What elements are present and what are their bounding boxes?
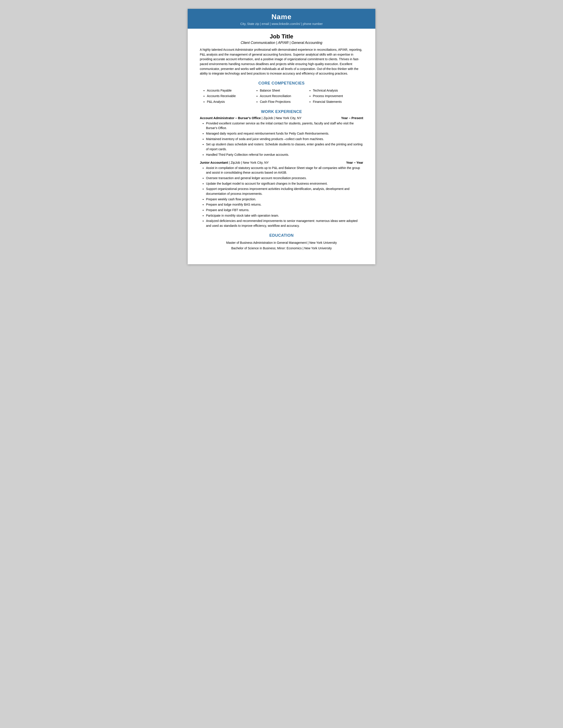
header-banner: Name City, State zip | email | www.linke… bbox=[188, 9, 375, 29]
education-section-title: EDUCATION bbox=[200, 233, 363, 238]
job-title: Job Title bbox=[200, 33, 363, 40]
bullet-item: Handled Third Party Collection referral … bbox=[206, 152, 363, 157]
main-content: Job Title Client Communication | AP/AR |… bbox=[188, 29, 375, 251]
summary-text: A highly talented Account Administrator … bbox=[200, 47, 363, 76]
job-entry: Junior Accountant | ZipJob | New York Ci… bbox=[200, 161, 363, 228]
jobs-container: Account Administrator – Bursar's Office … bbox=[200, 116, 363, 228]
bullet-item: Support organizational process improveme… bbox=[206, 187, 363, 196]
competency-item: Financial Statements bbox=[313, 99, 361, 105]
job-bullets: Assist in compilation of statutory accou… bbox=[200, 166, 363, 228]
header-contact: City, State zip | email | www.linkedin.c… bbox=[196, 22, 367, 26]
competency-item: Account Reconciliation bbox=[260, 93, 308, 99]
competencies-col-1: Accounts PayableAccounts ReceivableP&L A… bbox=[202, 88, 255, 105]
education-item: Master of Business Administration in Gen… bbox=[200, 240, 363, 246]
job-title-left: Account Administrator – Bursar's Office … bbox=[200, 116, 302, 120]
job-subtitle: Client Communication | AP/AR | General A… bbox=[200, 41, 363, 45]
bullet-item: Update the budget model to account for s… bbox=[206, 181, 363, 186]
bullet-item: Analyzed deficiencies and recommended im… bbox=[206, 219, 363, 228]
education-section: Master of Business Administration in Gen… bbox=[200, 240, 363, 251]
competency-item: Accounts Payable bbox=[207, 88, 255, 93]
education-item: Bachelor of Science in Business; Minor: … bbox=[200, 246, 363, 251]
resume-page: Name City, State zip | email | www.linke… bbox=[188, 9, 375, 264]
job-header-row: Account Administrator – Bursar's Office … bbox=[200, 116, 363, 120]
competency-item: Accounts Receivable bbox=[207, 93, 255, 99]
competency-item: Cash Flow Projections bbox=[260, 99, 308, 105]
competency-item: Balance Sheet bbox=[260, 88, 308, 93]
bullet-item: Managed daily reports and request reimbu… bbox=[206, 131, 363, 136]
bullet-item: Oversee transaction and general ledger a… bbox=[206, 176, 363, 181]
header-name: Name bbox=[196, 13, 367, 21]
bullet-item: Prepare and lodge monthly BAS returns. bbox=[206, 202, 363, 207]
competencies-section-title: CORE COMPETENCIES bbox=[200, 81, 363, 86]
job-date: Year – Present bbox=[341, 116, 363, 120]
competencies-col-2: Balance SheetAccount ReconciliationCash … bbox=[255, 88, 308, 105]
job-title-left: Junior Accountant | ZipJob | New York Ci… bbox=[200, 161, 269, 164]
competencies-grid: Accounts PayableAccounts ReceivableP&L A… bbox=[202, 88, 361, 105]
competency-item: Technical Analysis bbox=[313, 88, 361, 93]
bullet-item: Prepare and lodge FBT returns. bbox=[206, 208, 363, 213]
bullet-item: Prepare weekly cash flow projection. bbox=[206, 197, 363, 202]
bullet-item: Maintained inventory of soda and juice v… bbox=[206, 137, 363, 142]
competencies-col-3: Technical AnalysisProcess ImprovementFin… bbox=[308, 88, 361, 105]
job-date: Year – Year bbox=[346, 161, 363, 164]
work-experience-section-title: WORK EXPERIENCE bbox=[200, 109, 363, 114]
job-header-row: Junior Accountant | ZipJob | New York Ci… bbox=[200, 161, 363, 164]
bullet-item: Assist in compilation of statutory accou… bbox=[206, 166, 363, 175]
job-entry: Account Administrator – Bursar's Office … bbox=[200, 116, 363, 157]
competency-item: Process Improvement bbox=[313, 93, 361, 99]
bullet-item: Set up student class schedule and roster… bbox=[206, 142, 363, 152]
bullet-item: Provided excellent customer service as t… bbox=[206, 121, 363, 131]
bullet-item: Participate in monthly stock take with o… bbox=[206, 213, 363, 218]
competency-item: P&L Analysis bbox=[207, 99, 255, 105]
job-title-section: Job Title Client Communication | AP/AR |… bbox=[200, 33, 363, 45]
job-bullets: Provided excellent customer service as t… bbox=[200, 121, 363, 157]
